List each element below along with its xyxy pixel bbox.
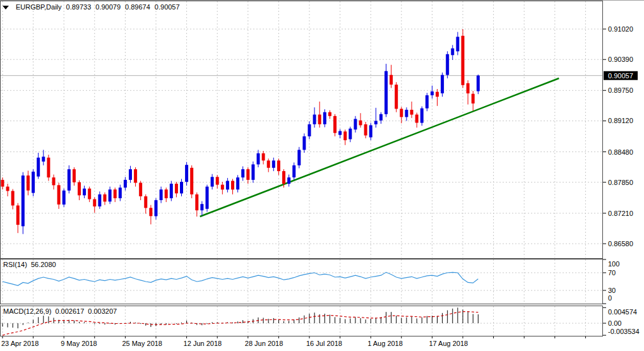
candle-body — [441, 75, 444, 93]
candle-body — [267, 160, 270, 167]
price-axis-label: 0.87210 — [608, 210, 633, 217]
candle-body — [246, 169, 249, 180]
price-axis-label: 0.89120 — [608, 117, 633, 124]
candle-body — [139, 183, 142, 196]
candle-body — [175, 184, 178, 193]
candle-body — [109, 189, 112, 201]
candle-body — [262, 153, 265, 161]
ohlc-open: 0.89733 — [66, 3, 92, 11]
time-axis-label: 16 Jul 2018 — [306, 340, 342, 347]
candle-body — [226, 181, 229, 190]
macd-main-value: 0.002617 — [55, 307, 84, 315]
candle-body — [446, 54, 449, 75]
price-chart-canvas[interactable]: 0.910200.903900.897500.891200.884800.878… — [0, 1, 644, 351]
macd-axis-label: 0.00 — [608, 319, 621, 327]
candle-body — [216, 177, 219, 184]
candle-body — [328, 112, 331, 116]
time-axis-label: 23 Apr 2018 — [1, 340, 39, 347]
candle-body — [42, 157, 45, 162]
candle-body — [6, 187, 9, 191]
macd-axis-label: -0.003534 — [608, 328, 640, 335]
candle-body — [400, 109, 403, 117]
candle-body — [374, 121, 378, 124]
candle-body — [420, 109, 424, 123]
candle-body — [16, 206, 20, 225]
symbol-dropdown-icon[interactable] — [3, 6, 9, 9]
candle-body — [354, 119, 357, 129]
macd-axis-label: 0.004574 — [608, 308, 637, 316]
candle-body — [221, 185, 224, 190]
candle-body — [477, 76, 480, 92]
candle-body — [180, 182, 183, 193]
candle-body — [21, 176, 25, 226]
candle-body — [436, 92, 439, 97]
rsi-axis-label: 100 — [608, 260, 619, 268]
candle-body — [206, 187, 209, 209]
candle-body — [456, 37, 459, 51]
candle-body — [426, 95, 429, 109]
candle-body — [272, 160, 275, 167]
candle-body — [467, 83, 470, 93]
ohlc-high: 0.90079 — [95, 3, 121, 11]
candle-body — [190, 168, 193, 194]
candle-body — [165, 189, 168, 198]
rsi-axis-label: 70 — [608, 269, 616, 277]
mt4-chart-window: 0.910200.903900.897500.891200.884800.878… — [0, 0, 644, 351]
candle-body — [149, 208, 152, 216]
candle-body — [231, 181, 234, 190]
candle-body — [451, 49, 454, 56]
candle-body — [333, 116, 337, 133]
candle-body — [236, 177, 239, 189]
candle-body — [369, 125, 373, 137]
candle-body — [410, 110, 414, 115]
candle-body — [359, 121, 362, 126]
candle-body — [472, 94, 475, 104]
candle-body — [119, 187, 122, 198]
candle-body — [93, 199, 96, 207]
price-axis-label: 0.90390 — [608, 56, 633, 63]
candle-body — [405, 110, 408, 117]
candle-body — [27, 176, 30, 191]
candle-body — [343, 131, 347, 140]
rsi-axis-label: 30 — [608, 287, 616, 294]
ohlc-close: 0.90057 — [155, 3, 180, 11]
rsi-value: 56.2080 — [31, 261, 56, 268]
candle-body — [160, 189, 163, 200]
time-axis-label: 17 Aug 2018 — [429, 340, 468, 347]
time-axis-label: 9 May 2018 — [61, 340, 97, 347]
candle-body — [282, 171, 285, 184]
candle-body — [431, 92, 434, 95]
candle-body — [297, 150, 301, 165]
rsi-indicator-label: RSI(14)56.2080 — [3, 261, 56, 269]
candle-body — [415, 115, 419, 123]
candle-body — [338, 131, 342, 135]
macd-signal-value: 0.003207 — [88, 307, 117, 315]
time-axis-label: 1 Aug 2018 — [367, 340, 403, 347]
candle-body — [129, 169, 132, 180]
candle-body — [134, 169, 137, 182]
candle-body — [155, 200, 158, 216]
price-axis-label: 0.89750 — [608, 86, 633, 94]
candle-body — [170, 184, 173, 198]
candle-body — [302, 136, 306, 150]
candle-body — [200, 204, 203, 210]
candle-body — [37, 158, 40, 177]
candle-body — [241, 169, 244, 177]
candle-body — [292, 165, 295, 177]
macd-name: MACD(12,26,9) — [3, 307, 51, 315]
candle-body — [287, 177, 290, 184]
rsi-axis-label: 0 — [608, 294, 612, 302]
candle-body — [11, 191, 15, 206]
chart-background — [0, 1, 644, 351]
current-price-tag-label: 0.90057 — [608, 72, 633, 80]
candle-body — [385, 71, 388, 114]
candle-body — [88, 189, 91, 199]
candle-body — [211, 177, 214, 186]
time-axis-label: 25 May 2018 — [122, 340, 162, 347]
candle-body — [195, 194, 198, 210]
price-axis-label: 0.86580 — [608, 240, 633, 247]
candle-body — [308, 124, 311, 136]
candle-body — [318, 115, 321, 124]
candle-body — [114, 189, 117, 198]
time-axis-label: 12 Jun 2018 — [184, 340, 222, 347]
